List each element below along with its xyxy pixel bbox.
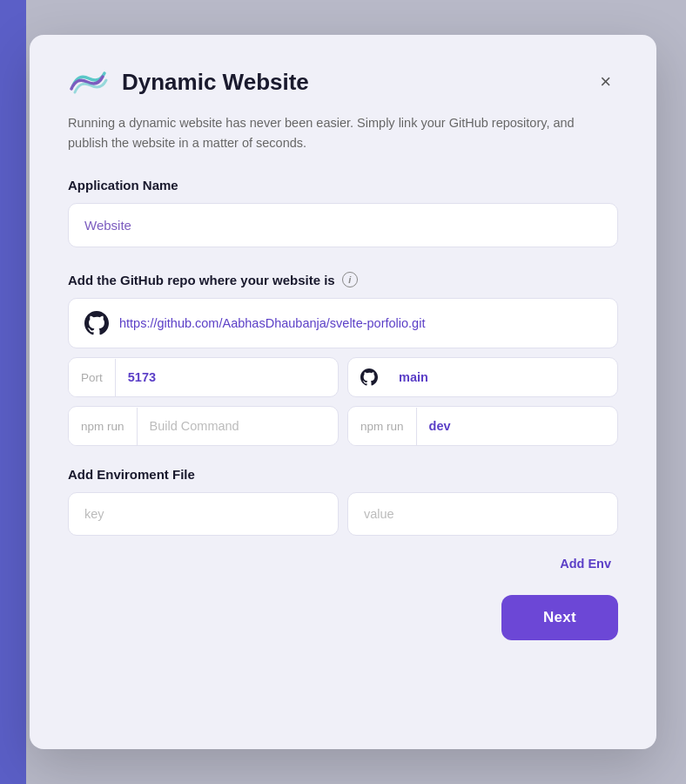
branch-field-group	[347, 357, 618, 397]
port-branch-row: Port	[68, 357, 618, 397]
env-section: Add Enviroment File	[68, 467, 618, 536]
build-prefix: npm run	[69, 408, 138, 445]
port-field-group: Port	[68, 357, 339, 397]
dev-prefix: npm run	[348, 408, 417, 445]
github-section: Add the GitHub repo where your website i…	[68, 272, 618, 446]
github-url-row: https://github.com/AabhasDhaubanja/svelt…	[68, 298, 618, 348]
logo-icon	[68, 66, 110, 98]
env-label: Add Enviroment File	[68, 467, 618, 482]
port-prefix: Port	[69, 359, 116, 396]
env-inputs-row	[68, 492, 618, 536]
port-input[interactable]	[116, 358, 338, 396]
modal-title-group: Dynamic Website	[68, 66, 309, 98]
dev-command-input[interactable]	[417, 407, 617, 445]
info-icon[interactable]: i	[342, 272, 358, 287]
footer-row: Next	[68, 595, 618, 640]
github-label-row: Add the GitHub repo where your website i…	[68, 272, 618, 287]
env-key-input[interactable]	[68, 492, 339, 536]
dev-command-group: npm run	[347, 406, 618, 446]
modal-container: Dynamic Website × Running a dynamic webs…	[30, 35, 656, 749]
env-value-input[interactable]	[347, 492, 618, 536]
commands-row: npm run npm run	[68, 406, 618, 446]
close-button[interactable]: ×	[593, 69, 618, 95]
github-octocat-icon	[84, 311, 109, 335]
app-name-label: Application Name	[68, 178, 618, 193]
add-env-row: Add Env	[68, 553, 618, 574]
modal-title: Dynamic Website	[122, 69, 309, 96]
build-command-input[interactable]	[138, 407, 338, 445]
modal-description: Running a dynamic website has never been…	[68, 113, 590, 153]
app-name-input[interactable]	[68, 203, 618, 247]
next-button[interactable]: Next	[501, 595, 618, 640]
modal-header: Dynamic Website ×	[68, 66, 618, 98]
github-url: https://github.com/AabhasDhaubanja/svelt…	[119, 316, 425, 330]
build-command-group: npm run	[68, 406, 339, 446]
app-name-section: Application Name	[68, 178, 618, 247]
github-label: Add the GitHub repo where your website i…	[68, 273, 335, 287]
add-env-button[interactable]: Add Env	[553, 553, 618, 574]
branch-input[interactable]	[387, 358, 617, 396]
branch-github-icon	[360, 368, 378, 386]
